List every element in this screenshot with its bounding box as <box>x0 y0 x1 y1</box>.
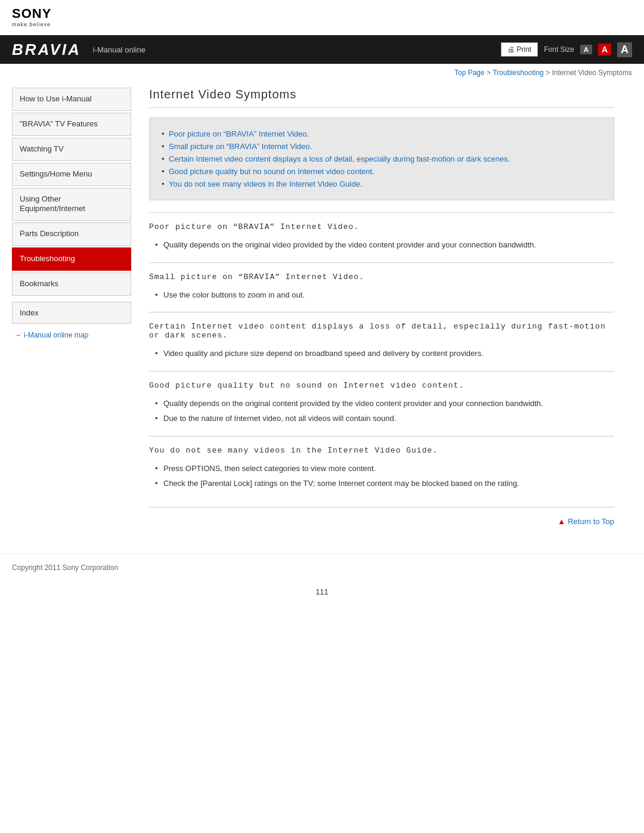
bravia-section: BRAVIA i-Manual online <box>12 41 145 59</box>
breadcrumb: Top Page > Troubleshooting > Internet Vi… <box>0 64 644 82</box>
sidebar-item-how-to-use[interactable]: How to Use i-Manual <box>12 88 131 111</box>
section-no-sound: Good picture quality but no sound on Int… <box>149 371 614 436</box>
breadcrumb-sep2: > <box>546 69 552 77</box>
font-medium-button[interactable]: A <box>598 44 611 55</box>
list-item: Quality depends on the original video pr… <box>155 237 614 253</box>
summary-item: Poor picture on “BRAVIA” Internet Video. <box>162 128 602 140</box>
list-item: Check the [Parental Lock] ratings on the… <box>155 476 614 491</box>
summary-item: You do not see many videos in the Intern… <box>162 178 602 190</box>
section-list-4: Press OPTIONS, then select categories to… <box>149 461 614 491</box>
page-number: 111 <box>0 581 644 602</box>
summary-link-3[interactable]: Good picture quality but no sound on Int… <box>169 167 374 176</box>
main-layout: How to Use i-Manual "BRAVIA" TV Features… <box>0 82 644 541</box>
print-button[interactable]: 🖨 Print <box>501 42 538 57</box>
section-title-2: Certain Internet video content displays … <box>149 322 614 340</box>
sidebar-item-bookmarks[interactable]: Bookmarks <box>12 272 131 296</box>
bravia-logo: BRAVIA <box>12 41 81 59</box>
return-to-top-link[interactable]: ▲Return to Top <box>558 517 614 526</box>
summary-list: Poor picture on “BRAVIA” Internet Video.… <box>162 128 602 190</box>
sony-tagline: make.believe <box>12 21 51 27</box>
content-area: Internet Video Symptoms Poor picture on … <box>131 82 632 541</box>
section-no-videos: You do not see many videos in the Intern… <box>149 436 614 501</box>
section-title-4: You do not see many videos in the Intern… <box>149 446 614 455</box>
page-title: Internet Video Symptoms <box>149 88 614 108</box>
section-title-0: Poor picture on “BRAVIA” Internet Video. <box>149 222 614 231</box>
copyright-text: Copyright 2011 Sony Corporation <box>12 563 118 572</box>
section-loss-of-detail: Certain Internet video content displays … <box>149 312 614 371</box>
summary-item: Good picture quality but no sound on Int… <box>162 165 602 178</box>
section-poor-picture: Poor picture on “BRAVIA” Internet Video.… <box>149 212 614 262</box>
font-size-label: Font Size <box>544 45 574 54</box>
list-item: Use the color buttons to zoom in and out… <box>155 287 614 303</box>
nav-bar: BRAVIA i-Manual online 🖨 Print Font Size… <box>0 35 644 64</box>
arrow-right-icon: → <box>14 331 21 339</box>
summary-item: Small picture on “BRAVIA” Internet Video… <box>162 140 602 153</box>
top-header: SONY make.believe <box>0 0 644 35</box>
imanual-text: i-Manual online <box>93 45 145 54</box>
summary-link-1[interactable]: Small picture on “BRAVIA” Internet Video… <box>169 142 312 151</box>
list-item: Due to the nature of Internet video, not… <box>155 411 614 426</box>
sidebar-item-watching-tv[interactable]: Watching TV <box>12 138 131 161</box>
section-title-1: Small picture on “BRAVIA” Internet Video… <box>149 272 614 281</box>
sidebar-item-using-other[interactable]: Using Other Equipment/Internet <box>12 188 131 221</box>
sidebar-item-bravia-features[interactable]: "BRAVIA" TV Features <box>12 113 131 136</box>
breadcrumb-troubleshooting[interactable]: Troubleshooting <box>493 69 544 77</box>
list-item: Video quality and picture size depend on… <box>155 346 614 361</box>
summary-link-4[interactable]: You do not see many videos in the Intern… <box>169 179 363 188</box>
section-list-3: Quality depends on the original content … <box>149 396 614 426</box>
summary-link-0[interactable]: Poor picture on “BRAVIA” Internet Video. <box>169 129 309 138</box>
sidebar-item-index[interactable]: Index <box>12 302 131 324</box>
return-to-top: ▲Return to Top <box>149 507 614 535</box>
summary-link-2[interactable]: Certain Internet video content displays … <box>169 154 510 163</box>
sidebar-item-settings[interactable]: Settings/Home Menu <box>12 163 131 186</box>
font-small-button[interactable]: A <box>580 45 592 54</box>
summary-item: Certain Internet video content displays … <box>162 153 602 165</box>
section-list-0: Quality depends on the original video pr… <box>149 237 614 253</box>
sidebar-item-troubleshooting[interactable]: Troubleshooting <box>12 247 131 271</box>
footer: Copyright 2011 Sony Corporation <box>0 553 644 581</box>
list-item: Quality depends on the original content … <box>155 396 614 411</box>
list-item: Press OPTIONS, then select categories to… <box>155 461 614 476</box>
sidebar: How to Use i-Manual "BRAVIA" TV Features… <box>12 88 131 541</box>
imanual-map-link[interactable]: →i-Manual online map <box>12 331 131 339</box>
nav-right: 🖨 Print Font Size A A A <box>501 42 632 57</box>
section-list-1: Use the color buttons to zoom in and out… <box>149 287 614 303</box>
section-title-3: Good picture quality but no sound on Int… <box>149 381 614 390</box>
print-icon: 🖨 <box>507 45 515 54</box>
sidebar-item-parts[interactable]: Parts Description <box>12 222 131 246</box>
summary-box: Poor picture on “BRAVIA” Internet Video.… <box>149 117 614 200</box>
breadcrumb-top-page[interactable]: Top Page <box>454 69 485 77</box>
breadcrumb-current: Internet Video Symptoms <box>552 69 632 77</box>
section-list-2: Video quality and picture size depend on… <box>149 346 614 361</box>
font-large-button[interactable]: A <box>617 42 632 57</box>
sony-logo: SONY <box>12 7 51 20</box>
section-small-picture: Small picture on “BRAVIA” Internet Video… <box>149 262 614 312</box>
triangle-up-icon: ▲ <box>558 517 565 526</box>
print-label: Print <box>517 45 532 54</box>
breadcrumb-sep1: > <box>487 69 493 77</box>
